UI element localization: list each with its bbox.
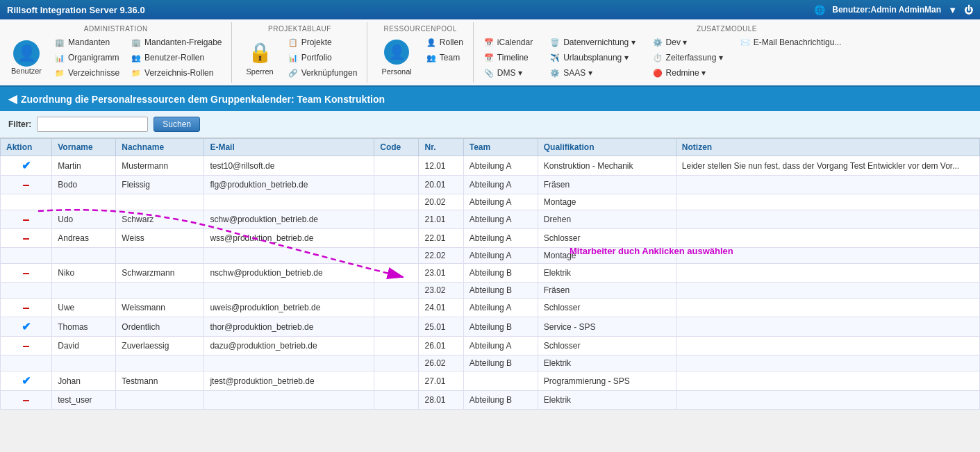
table-row[interactable]: 26.02Abteilung BElektrik (1, 355, 980, 371)
cell-email: jtest@produktion_betrieb.de (204, 371, 374, 391)
cell-aktion[interactable] (1, 355, 52, 371)
datenvernichtung-button[interactable]: 🗑️ Datenvernichtung ▾ (547, 35, 638, 49)
ressourcenpool-body: 👤 Personal 👤 Rollen 👥 Team (374, 35, 465, 80)
table-row[interactable]: 22.02Abteilung AMontage (1, 248, 980, 264)
table-row[interactable]: –NikoSchwarzmannnschw@produktion_betrieb… (1, 264, 980, 283)
cell-aktion[interactable]: – (1, 176, 52, 194)
dms-button[interactable]: 📎 DMS ▾ (481, 66, 535, 80)
cell-aktion[interactable]: – (1, 337, 52, 355)
team-button[interactable]: 👥 Team (423, 51, 466, 65)
cell-team: Abteilung A (463, 176, 538, 194)
cell-aktion[interactable] (1, 283, 52, 299)
redmine-button[interactable]: 🔴 Redmine ▾ (649, 66, 726, 80)
cell-nachname (116, 355, 204, 371)
cell-aktion[interactable] (1, 194, 52, 210)
table-row[interactable]: –BodoFleissigflg@produktion_betrieb.de20… (1, 176, 980, 194)
timeline-label: Timeline (497, 53, 529, 62)
suchen-button[interactable]: Suchen (153, 117, 200, 132)
table-row[interactable]: 20.02Abteilung AMontage (1, 194, 980, 210)
table-row[interactable]: –UweWeissmannuweis@produktion_betrieb.de… (1, 299, 980, 317)
check-icon: ✔ (22, 321, 31, 333)
organigramm-icon: 📊 (54, 52, 65, 63)
mandanten-button[interactable]: 🏢 Mandanten (51, 35, 122, 49)
benutzer-button[interactable]: 👤 Benutzer (7, 35, 46, 80)
icalendar-button[interactable]: 📅 iCalendar (481, 35, 535, 49)
cell-email: thor@produktion_betrieb.de (204, 317, 374, 337)
cell-qualifikation: Konstruktion - Mechanik (538, 156, 676, 176)
redmine-label: Redmine ▾ (666, 68, 706, 78)
cell-nachname (116, 283, 204, 299)
cell-aktion[interactable]: – (1, 391, 52, 410)
verzeichnisse-label: Verzeichnisse (68, 68, 119, 78)
cell-aktion[interactable]: ✔ (1, 371, 52, 391)
verzeichnisse-button[interactable]: 📁 Verzeichnisse (51, 66, 122, 80)
cell-nachname: Zuverlaessig (116, 337, 204, 355)
zusatzmodule-title: ZUSATZMODULE (481, 25, 973, 33)
saas-button[interactable]: ⚙️ SAAS ▾ (547, 66, 638, 80)
table-row[interactable]: ✔ThomasOrdentlichthor@produktion_betrieb… (1, 317, 980, 337)
datenvernichtung-icon: 🗑️ (549, 37, 560, 48)
cell-notizen (676, 229, 979, 248)
cell-code (374, 229, 419, 248)
cell-code (374, 317, 419, 337)
table-row[interactable]: –DavidZuverlaessigdazu@produktion_betrie… (1, 337, 980, 355)
col-team: Team (463, 139, 538, 156)
urlaubsplanung-button[interactable]: ✈️ Urlaubsplanung ▾ (547, 51, 638, 65)
cell-aktion[interactable]: ✔ (1, 156, 52, 176)
cell-aktion[interactable]: – (1, 299, 52, 317)
table-row[interactable]: –AndreasWeisswss@produktion_betrieb.de22… (1, 229, 980, 248)
cell-vorname: Uwe (52, 299, 116, 317)
projektablauf-title: PROJEKTABLAUF (239, 25, 360, 33)
verknuepfungen-button[interactable]: 🔗 Verknüpfungen (285, 66, 360, 80)
zeiterfassung-button[interactable]: ⏱️ Zeiterfassung ▾ (649, 51, 726, 65)
portfolio-button[interactable]: 📊 Portfolio (285, 51, 360, 65)
dev-button[interactable]: ⚙️ Dev ▾ (649, 35, 726, 49)
cell-email: wss@produktion_betrieb.de (204, 229, 374, 248)
col-qualifikation: Qualifikation (538, 139, 676, 156)
portfolio-label: Portfolio (301, 53, 332, 62)
table-body: ✔MartinMustermanntest10@rillsoft.de12.01… (1, 156, 980, 410)
ressourcenpool-title: RESSOURCENPOOL (374, 25, 465, 33)
back-icon[interactable]: ◀ (8, 92, 17, 106)
organigramm-label: Organigramm (68, 53, 119, 62)
cell-vorname: Martin (52, 156, 116, 176)
cell-notizen (676, 299, 979, 317)
power-button[interactable]: ⏻ (964, 5, 973, 15)
cell-email: test10@rillsoft.de (204, 156, 374, 176)
personal-button[interactable]: 👤 Personal (374, 35, 418, 80)
sperren-button[interactable]: 🔒 Sperren (239, 35, 280, 80)
email-button[interactable]: ✉️ E-Mail Benachrichtigu... (737, 35, 845, 49)
projektablauf-items: 📋 Projekte 📊 Portfolio 🔗 Verknüpfungen (285, 35, 360, 80)
cell-aktion[interactable]: – (1, 229, 52, 248)
cell-aktion[interactable] (1, 248, 52, 264)
timeline-button[interactable]: 📅 Timeline (481, 51, 535, 65)
projekte-button[interactable]: 📋 Projekte (285, 35, 360, 49)
filter-input[interactable] (37, 117, 148, 132)
cell-team: Abteilung B (463, 283, 538, 299)
cell-qualifikation: Elektrik (538, 264, 676, 283)
cell-team: Abteilung A (463, 210, 538, 229)
organigramm-button[interactable]: 📊 Organigramm (51, 51, 122, 65)
rollen-button[interactable]: 👤 Rollen (423, 35, 466, 49)
user-dropdown-icon[interactable]: ▼ (948, 5, 957, 15)
table-row[interactable]: ✔MartinMustermanntest10@rillsoft.de12.01… (1, 156, 980, 176)
table-row[interactable]: –UdoSchwarzschw@produktion_betrieb.de21.… (1, 210, 980, 229)
benutzer-rollen-button[interactable]: 👥 Benutzer-Rollen (128, 51, 224, 65)
filter-label: Filter: (8, 119, 31, 129)
user-label[interactable]: Benutzer:Admin AdminMan (832, 5, 941, 15)
cell-nachname: Weiss (116, 229, 204, 248)
cell-email (204, 355, 374, 371)
ressourcenpool-section: RESSOURCENPOOL 👤 Personal 👤 Rollen 👥 Tea… (367, 22, 473, 83)
table-row[interactable]: –test_user28.01Abteilung BElektrik (1, 391, 980, 410)
table-row[interactable]: 23.02Abteilung BFräsen (1, 283, 980, 299)
cell-notizen: Leider stellen Sie nun fest, dass der Vo… (676, 156, 979, 176)
verzeichnis-rollen-button[interactable]: 📁 Verzeichnis-Rollen (128, 66, 224, 80)
mandanten-freigabe-button[interactable]: 🏢 Mandanten-Freigabe (128, 35, 224, 49)
cell-aktion[interactable]: – (1, 210, 52, 229)
zusatzmodule-body: 📅 iCalendar 📅 Timeline 📎 DMS ▾ 🗑️ Datenv… (481, 35, 973, 80)
cell-code (374, 391, 419, 410)
cell-aktion[interactable]: ✔ (1, 317, 52, 337)
cell-aktion[interactable]: – (1, 264, 52, 283)
table-row[interactable]: ✔JohanTestmannjtest@produktion_betrieb.d… (1, 371, 980, 391)
cell-nachname: Testmann (116, 371, 204, 391)
